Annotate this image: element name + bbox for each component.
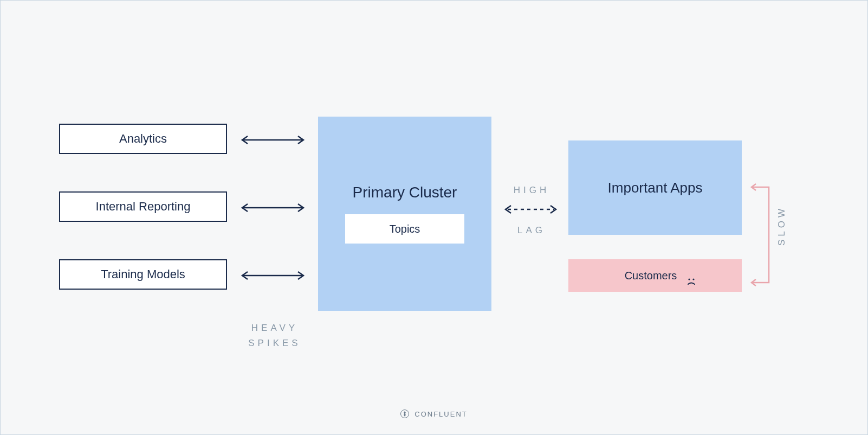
heavy-label: HEAVY — [242, 323, 307, 334]
diagram-canvas: Analytics Internal Reporting Training Mo… — [1, 1, 867, 434]
arrow-dashed-icon — [502, 204, 559, 214]
analytics-box: Analytics — [59, 124, 227, 154]
svg-point-4 — [689, 278, 690, 280]
spikes-label: SPIKES — [242, 338, 307, 349]
confluent-logo-icon — [400, 410, 409, 418]
arrow-reporting-icon — [239, 203, 307, 213]
training-models-label: Training Models — [101, 267, 185, 282]
important-apps-label: Important Apps — [608, 180, 703, 196]
arrow-analytics-icon — [239, 135, 307, 145]
analytics-label: Analytics — [119, 132, 167, 146]
topics-box: Topics — [345, 214, 464, 244]
slow-label: SLOW — [776, 206, 787, 246]
footer-brand: CONFLUENT — [414, 410, 467, 418]
training-models-box: Training Models — [59, 259, 227, 290]
topics-label: Topics — [390, 223, 420, 235]
footer: CONFLUENT — [1, 410, 867, 418]
high-label: HIGH — [510, 185, 553, 196]
internal-reporting-box: Internal Reporting — [59, 191, 227, 222]
primary-cluster-box: Primary Cluster Topics — [318, 117, 491, 311]
slow-arrow-icon — [748, 181, 775, 300]
customers-box: Customers — [568, 259, 742, 292]
arrow-training-icon — [239, 271, 307, 280]
internal-reporting-label: Internal Reporting — [96, 200, 191, 214]
lag-label: LAG — [510, 225, 553, 236]
svg-point-5 — [693, 278, 695, 280]
important-apps-box: Important Apps — [568, 140, 742, 235]
customers-label: Customers — [625, 270, 677, 282]
primary-cluster-title: Primary Cluster — [353, 184, 457, 201]
